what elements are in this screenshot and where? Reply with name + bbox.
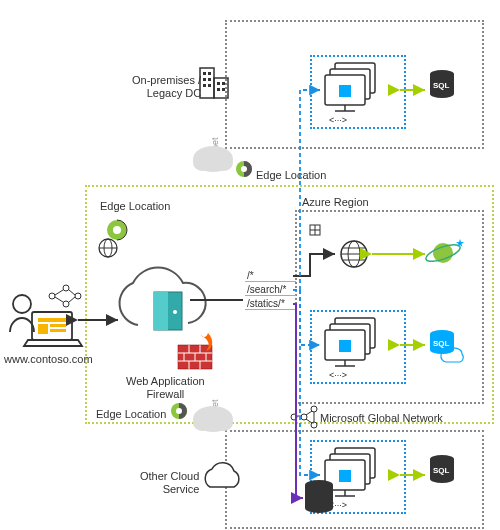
svg-rect-10 xyxy=(217,88,220,91)
arrow-search-onprem xyxy=(293,90,320,290)
svg-rect-15 xyxy=(339,85,351,97)
svg-point-69 xyxy=(176,408,182,414)
location-pin-icon-bottom xyxy=(171,403,187,423)
svg-text:SQL: SQL xyxy=(433,339,450,348)
svg-point-99 xyxy=(63,301,69,307)
expand-icon xyxy=(310,225,320,235)
svg-rect-1 xyxy=(214,78,228,98)
svg-rect-9 xyxy=(222,82,225,85)
svg-rect-25 xyxy=(339,340,351,352)
cloud-icon-other xyxy=(205,463,239,487)
diagram-svg: <···> SQL <···> SQL xyxy=(0,0,500,530)
svg-point-64 xyxy=(113,226,121,234)
svg-point-100 xyxy=(75,293,81,299)
globe-small-icon xyxy=(99,239,117,257)
svg-point-56 xyxy=(193,155,213,171)
cosmos-icon xyxy=(424,239,464,265)
svg-point-62 xyxy=(241,166,247,172)
svg-rect-0 xyxy=(200,68,214,98)
svg-rect-95 xyxy=(50,324,66,327)
user-laptop-icon xyxy=(10,285,82,346)
firewall-icon xyxy=(178,333,212,369)
svg-rect-71 xyxy=(154,292,168,330)
vm-cluster-icon-azure: <···> xyxy=(325,318,375,380)
svg-point-59 xyxy=(193,415,213,431)
svg-rect-11 xyxy=(222,88,225,91)
svg-point-98 xyxy=(63,285,69,291)
svg-point-60 xyxy=(213,415,233,431)
svg-line-89 xyxy=(306,419,312,423)
svg-rect-96 xyxy=(50,329,66,332)
sql-db-icon-top: SQL xyxy=(430,70,454,98)
svg-line-102 xyxy=(55,297,63,302)
svg-text:SQL: SQL xyxy=(433,466,450,475)
svg-text:SQL: SQL xyxy=(433,81,450,90)
svg-rect-7 xyxy=(208,84,211,87)
svg-rect-94 xyxy=(38,324,48,334)
svg-line-88 xyxy=(306,411,312,415)
storage-icon xyxy=(305,480,333,513)
svg-rect-4 xyxy=(203,78,206,81)
building-icon xyxy=(200,68,228,98)
svg-point-91 xyxy=(13,295,31,313)
svg-rect-47 xyxy=(339,470,351,482)
vm-cluster-icon-top: <···> xyxy=(325,63,375,125)
svg-line-101 xyxy=(55,290,63,295)
global-network-icon xyxy=(291,406,317,428)
svg-point-72 xyxy=(173,310,177,314)
arrow-search-other xyxy=(293,290,320,475)
location-pin-icon-left xyxy=(107,220,127,240)
svg-text:<···>: <···> xyxy=(329,370,347,380)
svg-rect-3 xyxy=(208,72,211,75)
svg-line-104 xyxy=(69,297,75,302)
sql-db-icon-other: SQL xyxy=(430,455,454,483)
svg-line-103 xyxy=(69,290,75,295)
location-pin-icon-top xyxy=(236,161,252,181)
svg-rect-5 xyxy=(208,78,211,81)
front-door-icon xyxy=(120,268,206,330)
arrow-search-azure xyxy=(293,290,320,345)
internet-cloud-top xyxy=(193,146,233,172)
svg-rect-8 xyxy=(217,82,220,85)
sql-cloud-icon-azure: SQL xyxy=(430,330,463,362)
svg-rect-2 xyxy=(203,72,206,75)
svg-text:<···>: <···> xyxy=(329,115,347,125)
svg-rect-93 xyxy=(38,318,66,322)
internet-cloud-bottom xyxy=(193,406,233,432)
svg-point-57 xyxy=(213,155,233,171)
svg-rect-6 xyxy=(203,84,206,87)
arrow-statics-storage xyxy=(293,304,303,498)
svg-point-97 xyxy=(49,293,55,299)
globe-icon xyxy=(341,241,367,267)
